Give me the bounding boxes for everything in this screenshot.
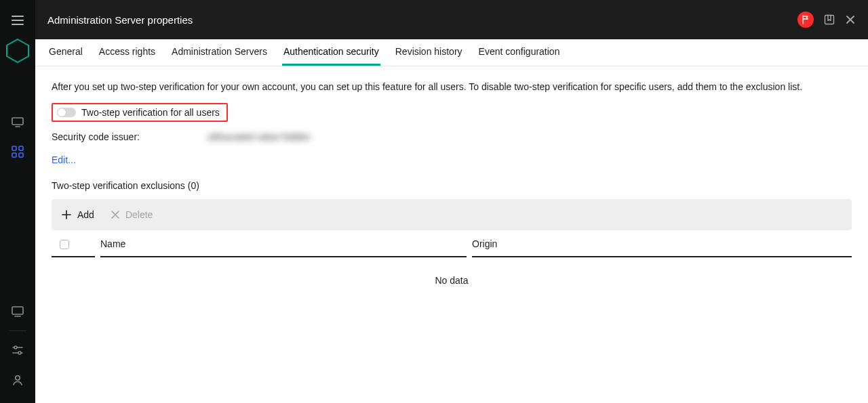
svg-point-7 (14, 346, 17, 349)
table-header-row: Name Origin (52, 230, 852, 256)
delete-button: Delete (111, 209, 153, 220)
issuer-label: Security code issuer: (52, 131, 208, 142)
tab-bar: General Access rights Administration Ser… (35, 39, 868, 66)
main-panel: Administration Server properties General… (35, 0, 868, 403)
tab-general[interactable]: General (47, 39, 84, 66)
sidebar-item-devices[interactable] (1, 297, 34, 326)
tab-access-rights[interactable]: Access rights (98, 39, 157, 66)
svg-rect-5 (19, 153, 23, 157)
two-step-toggle-label: Two-step verification for all users (81, 107, 220, 118)
exclusions-table: Name Origin No data (52, 230, 852, 303)
issuer-value: obfuscated value hidden (208, 131, 311, 142)
brand-logo (6, 39, 29, 62)
tab-administration-servers[interactable]: Administration Servers (170, 39, 269, 66)
add-button[interactable]: Add (61, 209, 94, 220)
svg-rect-2 (12, 146, 16, 150)
feedback-button[interactable] (797, 12, 814, 28)
help-text: After you set up two-step verification f… (52, 80, 852, 93)
delete-button-label: Delete (125, 209, 153, 220)
svg-point-8 (18, 352, 21, 354)
select-all-cell (52, 232, 95, 256)
two-step-toggle[interactable] (57, 108, 76, 117)
svg-rect-3 (19, 146, 23, 150)
x-icon (111, 210, 120, 219)
left-sidebar (0, 0, 35, 403)
edit-link[interactable]: Edit... (52, 154, 76, 165)
titlebar: Administration Server properties (35, 0, 868, 39)
sidebar-item-monitoring[interactable] (1, 107, 34, 137)
sidebar-divider (9, 331, 26, 331)
tab-event-configuration[interactable]: Event configuration (477, 39, 561, 66)
table-header-underline (52, 256, 852, 257)
tab-revision-history[interactable]: Revision history (394, 39, 464, 66)
sidebar-item-assets[interactable] (1, 137, 34, 167)
sidebar-item-users[interactable] (1, 365, 34, 395)
menu-icon[interactable] (11, 14, 24, 27)
tab-authentication-security[interactable]: Authentication security (282, 39, 380, 66)
plus-icon (61, 209, 72, 220)
svg-point-9 (16, 376, 20, 380)
close-icon[interactable] (845, 14, 856, 25)
exclusions-heading: Two-step verification exclusions (0) (52, 180, 852, 191)
two-step-toggle-highlight: Two-step verification for all users (52, 103, 228, 122)
app-root: Administration Server properties General… (0, 0, 868, 403)
page-title: Administration Server properties (47, 14, 193, 26)
issuer-row: Security code issuer: obfuscated value h… (52, 131, 852, 142)
column-origin[interactable]: Origin (472, 230, 852, 256)
svg-marker-0 (7, 39, 28, 62)
bookmark-icon[interactable] (823, 14, 835, 26)
svg-rect-1 (12, 118, 23, 125)
exclusions-toolbar: Add Delete (52, 199, 852, 230)
column-name[interactable]: Name (100, 230, 467, 256)
add-button-label: Add (77, 209, 94, 220)
content-area: After you set up two-step verification f… (35, 66, 868, 317)
svg-rect-4 (12, 153, 16, 157)
sidebar-item-settings[interactable] (1, 335, 34, 365)
table-empty-state: No data (52, 257, 852, 303)
select-all-checkbox[interactable] (60, 240, 69, 249)
svg-rect-6 (12, 307, 23, 314)
